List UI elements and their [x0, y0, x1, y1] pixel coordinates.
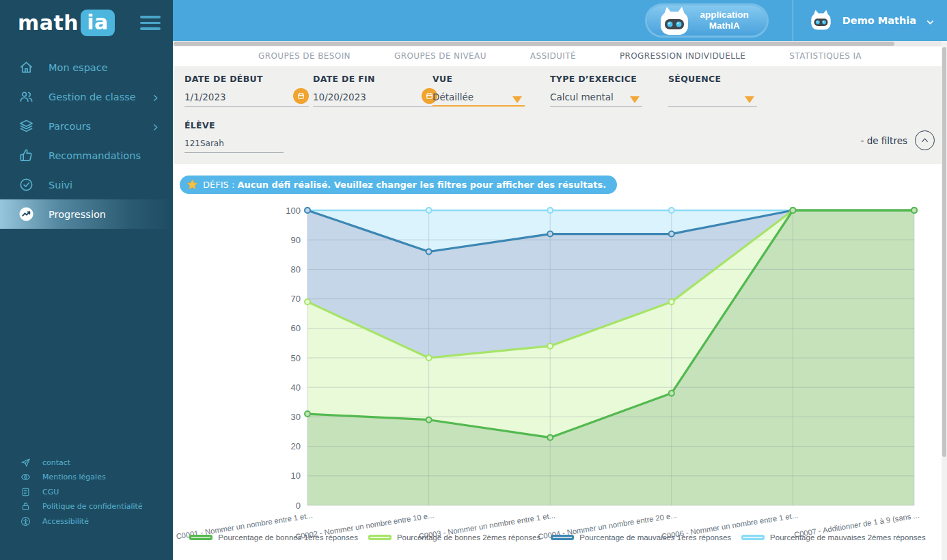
type-exercice-select[interactable]: Calcul mental: [550, 88, 642, 107]
footer-link-mentions-legales[interactable]: Mentions légales: [0, 470, 173, 485]
horizontal-scrollbar-thumb[interactable]: [174, 42, 894, 46]
user-menu[interactable]: Demo Mathia: [808, 9, 935, 32]
legend-mauvaises-1eres[interactable]: Pourcentage de mauvaises 1ères réponses: [551, 533, 731, 542]
svg-text:100: 100: [286, 206, 301, 216]
user-avatar: [808, 9, 834, 32]
logo-math-text: math: [18, 11, 79, 35]
legend-mauvaises-2emes[interactable]: Pourcentage de mauvaises 2èmes réponses: [741, 533, 926, 542]
vertical-scrollbar-thumb[interactable]: [942, 47, 946, 457]
sidebar-item-parcours[interactable]: Parcours: [0, 111, 173, 141]
chevron-down-icon: [926, 16, 935, 25]
sidebar-item-mon-espace[interactable]: Mon espace: [0, 53, 173, 82]
legend-bonnes-2emes[interactable]: Pourcentage de bonnes 2èmes réponses: [368, 533, 540, 542]
svg-text:70: 70: [291, 294, 301, 304]
sidebar: mathia Mon espace Gestion de classe Parc…: [0, 0, 173, 560]
chevron-right-icon: [152, 122, 159, 130]
application-mathia-button[interactable]: applicationMathIA: [647, 5, 767, 36]
defis-banner-text: DÉFIS : Aucun défi réalisé. Veuillez cha…: [203, 180, 606, 190]
filter-sequence: SÉQUENCE: [668, 74, 757, 107]
footer-link-label: CGU: [42, 488, 59, 496]
defis-banner: DÉFIS : Aucun défi réalisé. Veuillez cha…: [180, 176, 617, 194]
less-filters-label: - de filtres: [861, 135, 907, 146]
hamburger-menu-icon[interactable]: [140, 12, 161, 33]
footer-link-accessibilite[interactable]: Accessibilité: [0, 514, 173, 529]
svg-text:30: 30: [291, 412, 301, 422]
calendar-icon[interactable]: [293, 88, 309, 104]
tab-statistiques-ia[interactable]: STATISTIQUES IA: [789, 51, 862, 66]
layers-icon: [18, 118, 34, 134]
footer-link-politique-confidentialite[interactable]: Politique de confidentialité: [0, 499, 173, 514]
svg-text:60: 60: [291, 323, 301, 333]
dropdown-arrow-icon: [630, 94, 640, 101]
check-circle-icon: [18, 177, 34, 193]
footer-link-cgu[interactable]: CGU: [0, 485, 173, 500]
svg-text:40: 40: [291, 382, 301, 393]
eleve-input[interactable]: 121Sarah: [184, 135, 284, 153]
sidebar-nav: Mon espace Gestion de classe Parcours Re…: [0, 53, 173, 229]
chevron-right-icon: [152, 93, 159, 100]
less-filters-toggle[interactable]: - de filtres: [861, 130, 935, 150]
legend-swatch: [368, 535, 392, 540]
filter-label: DATE DE FIN: [313, 74, 437, 84]
tab-assiduite[interactable]: ASSIDUITÉ: [530, 51, 576, 66]
filter-type-exercice: TYPE D’EXERCICE Calcul mental: [550, 74, 642, 107]
legend-swatch: [189, 535, 212, 540]
logo-ia-badge: ia: [81, 10, 115, 36]
robot-mascot-icon: [657, 5, 692, 38]
paper-plane-icon: [20, 458, 31, 468]
sidebar-item-gestion-de-classe[interactable]: Gestion de classe: [0, 82, 173, 111]
home-icon: [18, 59, 34, 75]
filter-label: TYPE D’EXERCICE: [550, 74, 642, 84]
chart-legend: Pourcentage de bonnes 1ères réponses Pou…: [173, 533, 942, 542]
filter-vue: VUE Détaillée: [433, 74, 525, 107]
sidebar-item-label: Mon espace: [49, 62, 108, 73]
footer-link-label: contact: [42, 458, 70, 467]
main-area: applicationMathIA Demo Mathia GROUPES DE…: [173, 0, 947, 560]
footer-link-label: Accessibilité: [42, 517, 89, 526]
accessibility-icon: [20, 516, 31, 527]
svg-text:80: 80: [291, 264, 301, 275]
tab-progression-individuelle[interactable]: PROGRESSION INDIVIDUELLE: [620, 51, 745, 66]
sidebar-item-recommandations[interactable]: Recommandations: [0, 141, 173, 170]
document-icon: [20, 487, 31, 497]
progression-chart[interactable]: 0102030405060708090100C0001 - Nommer un …: [173, 201, 942, 543]
legend-bonnes-1eres[interactable]: Pourcentage de bonnes 1ères réponses: [189, 533, 358, 542]
tab-groupes-de-besoin[interactable]: GROUPES DE BESOIN: [258, 51, 351, 66]
sequence-select[interactable]: [668, 88, 757, 107]
sidebar-item-progression[interactable]: Progression: [0, 199, 173, 229]
date-debut-input[interactable]: 1/1/2023: [184, 88, 309, 107]
sidebar-footer: contact Mentions légales CGU Politique d…: [0, 456, 173, 529]
dropdown-arrow-icon: [745, 94, 754, 101]
vertical-scrollbar[interactable]: [942, 41, 947, 560]
sidebar-item-label: Parcours: [49, 121, 91, 132]
filters-panel: DATE DE DÉBUT 1/1/2023 DATE DE FIN 10/20…: [173, 66, 947, 164]
sidebar-item-label: Progression: [49, 209, 106, 220]
tab-bar: GROUPES DE BESOIN GROUPES DE NIVEAU ASSI…: [173, 46, 947, 66]
date-fin-input[interactable]: 10/20/2023: [313, 88, 437, 107]
footer-link-contact[interactable]: contact: [0, 456, 173, 471]
filter-label: VUE: [433, 74, 525, 84]
vue-select[interactable]: Détaillée: [433, 88, 525, 107]
people-icon: [18, 89, 34, 104]
application-button-label: applicationMathIA: [700, 10, 749, 31]
sidebar-item-suivi[interactable]: Suivi: [0, 170, 173, 199]
star-icon: [186, 178, 199, 191]
sidebar-item-label: Gestion de classe: [49, 92, 136, 102]
horizontal-scrollbar[interactable]: [173, 41, 947, 46]
svg-text:20: 20: [291, 441, 301, 451]
lock-icon: [20, 501, 31, 512]
svg-text:90: 90: [291, 235, 301, 245]
filter-label: DATE DE DÉBUT: [184, 74, 309, 84]
trending-up-icon: [18, 206, 34, 222]
legend-swatch: [551, 535, 574, 540]
sidebar-item-label: Recommandations: [49, 150, 141, 161]
svg-text:0: 0: [296, 501, 301, 511]
svg-text:50: 50: [291, 353, 301, 363]
chevron-up-icon[interactable]: [915, 130, 935, 150]
footer-link-label: Politique de confidentialité: [42, 502, 143, 511]
tab-groupes-de-niveau[interactable]: GROUPES DE NIVEAU: [394, 51, 486, 66]
eye-icon: [20, 472, 31, 482]
top-bar: applicationMathIA Demo Mathia: [173, 0, 947, 41]
dropdown-arrow-icon: [512, 94, 522, 101]
filter-date-debut: DATE DE DÉBUT 1/1/2023: [184, 74, 309, 107]
